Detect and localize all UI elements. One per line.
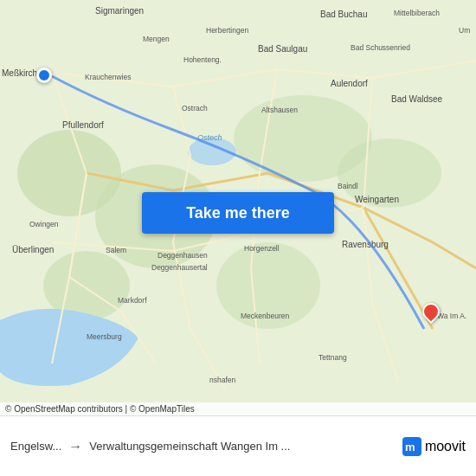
label-meersburg: Meersburg: [87, 332, 122, 341]
label-sigmaringen: Sigmaringen: [95, 6, 144, 16]
map-container: Sigmaringen Mengen Herbertingen Bad Buch…: [0, 0, 476, 415]
label-meckenbeuren: Meckenbeuren: [241, 312, 290, 320]
label-badwaldsee: Bad Waldsee: [391, 94, 443, 104]
from-location-label: Engelsw...: [10, 440, 61, 453]
label-hohenteng: Hohenteng.: [183, 55, 222, 64]
label-baindl: Baindl: [338, 182, 358, 190]
bottom-bar: Engelsw... → Verwaltungsgemeinschaft Wan…: [0, 415, 476, 476]
label-badschussenried: Bad Schussenried: [351, 43, 410, 52]
label-messkirch: Meßkirch: [2, 68, 37, 78]
label-deggenhausertal: Deggenhausertal: [151, 263, 208, 272]
label-pfullendorf: Pfullendorf: [62, 120, 104, 130]
label-deggenhausen: Deggenhausen: [158, 251, 208, 260]
to-location-label: Verwaltungsgemeinschaft Wangen Im ...: [89, 440, 396, 453]
label-ostrach: Ostrach: [182, 104, 208, 113]
label-owingen: Owingen: [29, 220, 59, 228]
label-wa-im-a: Wa Im A.: [437, 312, 466, 320]
label-krauchenwies: Krauchenwies: [85, 73, 131, 81]
label-mengen: Mengen: [143, 35, 170, 43]
label-salem: Salem: [106, 246, 126, 254]
label-uberlingen: Überlingen: [12, 245, 54, 254]
label-ravensburg: Ravensburg: [342, 240, 389, 249]
label-um: Um: [459, 26, 470, 35]
label-markdorf: Markdorf: [118, 296, 147, 305]
arrow-icon: →: [68, 439, 82, 454]
label-badsaulgau: Bad Saulgau: [258, 44, 307, 54]
moovit-brand-text: moovit: [425, 439, 466, 454]
label-tettnang: Tettnang: [318, 353, 347, 362]
svg-text:m: m: [405, 441, 415, 453]
label-aulendorf: Aulendorf: [331, 79, 368, 88]
label-herbertingen: Herbertingen: [206, 26, 248, 35]
label-nshafen: nshafen: [209, 376, 236, 384]
moovit-logo: m moovit: [402, 437, 466, 456]
label-horgenzell: Horgenzell: [244, 244, 280, 253]
label-mittelbiberach: Mittelbiberach: [394, 9, 440, 17]
moovit-icon: m: [402, 437, 421, 456]
label-altshausen: Altshausen: [261, 106, 298, 114]
map-attribution: © OpenStreetMap contributors | © OpenMap…: [0, 402, 476, 415]
label-weingarten: Weingarten: [355, 195, 399, 204]
destination-marker: [422, 303, 440, 320]
take-me-there-button[interactable]: Take me there: [142, 192, 334, 234]
label-badbuchau: Bad Buchau: [320, 10, 368, 19]
origin-marker: [36, 68, 52, 83]
